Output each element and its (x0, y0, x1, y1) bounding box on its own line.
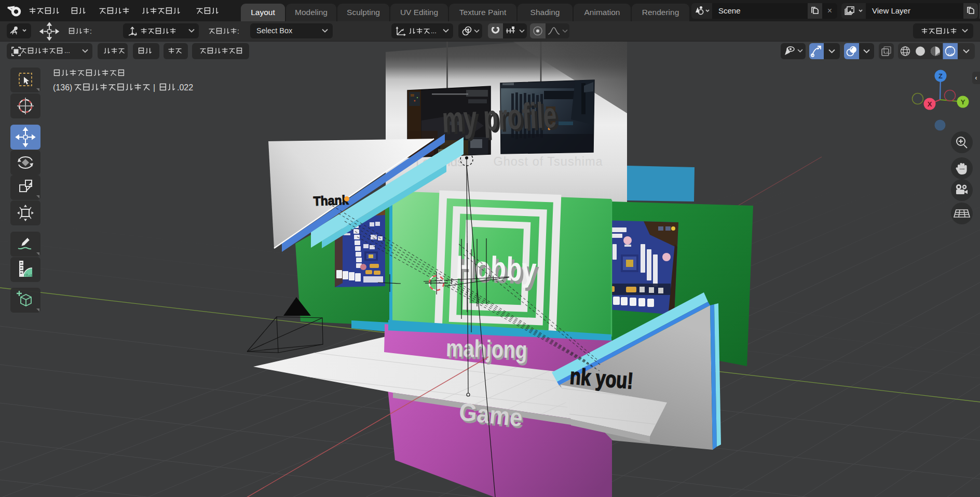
svg-text:Y: Y (961, 98, 965, 106)
svg-text:Ghost of Tsushima: Ghost of Tsushima (493, 155, 603, 168)
svg-text:my profile: my profile (441, 94, 557, 140)
svg-text:Thank: Thank (313, 193, 349, 208)
svg-text:X: X (928, 100, 932, 108)
svg-text:mahjong: mahjong (445, 334, 527, 364)
svg-text:Z: Z (938, 72, 943, 80)
